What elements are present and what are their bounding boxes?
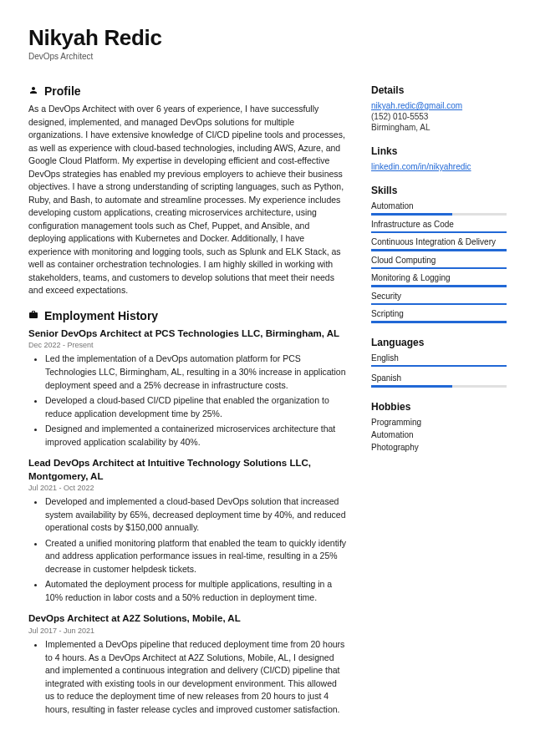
job-bullet: Developed a cloud-based CI/CD pipeline t… (45, 394, 348, 420)
skill-name: Monitoring & Logging (371, 273, 507, 282)
skill-item: Continuous Integration & Delivery (371, 237, 507, 251)
job-bullets: Developed and implemented a cloud-based … (28, 495, 348, 604)
language-bar (371, 365, 507, 368)
skill-item: Security (371, 292, 507, 306)
job-bullet: Created a unified monitoring platform th… (45, 537, 348, 576)
language-name: Spanish (371, 373, 507, 383)
skill-bar (371, 303, 507, 306)
skill-bar (371, 285, 507, 287)
briefcase-icon (28, 310, 38, 322)
job-date: Jul 2021 - Oct 2022 (28, 484, 348, 492)
job-bullet: Designed and implemented a containerized… (45, 423, 348, 449)
sidebar-title: Skills (371, 185, 507, 196)
skill-name: Infrastructure as Code (371, 220, 507, 229)
section-title: Profile (44, 84, 81, 98)
job-bullets: Led the implementation of a DevOps autom… (28, 353, 348, 449)
details-block: Details nikyah.redic@gmail.com (152) 010… (371, 84, 507, 132)
job-bullet: Developed and implemented a cloud-based … (45, 495, 348, 535)
skill-name: Cloud Computing (371, 256, 507, 265)
skill-item: Infrastructure as Code (371, 220, 507, 234)
section-header: Profile (28, 84, 348, 98)
sidebar-title: Links (371, 145, 507, 157)
skill-item: Scripting (371, 309, 507, 323)
sidebar-title: Details (371, 84, 507, 96)
employment-section: Employment History Senior DevOps Archite… (28, 309, 348, 716)
location: Birmingham, AL (371, 123, 507, 132)
right-column: Details nikyah.redic@gmail.com (152) 010… (371, 84, 507, 728)
external-link[interactable]: linkedin.com/in/nikyahredic (371, 162, 471, 171)
skill-name: Automation (371, 201, 507, 211)
person-icon (28, 85, 38, 97)
sidebar-title: Languages (371, 337, 507, 348)
job-bullet: Automated the deployment process for mul… (45, 578, 348, 604)
skills-block: Skills AutomationInfrastructure as CodeC… (371, 185, 507, 323)
job-bullets: Implemented a DevOps pipeline that reduc… (28, 638, 348, 716)
skill-bar (371, 321, 507, 323)
hobby-item: Automation (371, 430, 507, 439)
skill-name: Continuous Integration & Delivery (371, 237, 507, 246)
job-title: Lead DevOps Architect at Intuitive Techn… (28, 457, 348, 483)
hobby-item: Photography (371, 443, 507, 452)
skill-item: Automation (371, 201, 507, 216)
skill-bar (371, 231, 507, 234)
skill-item: Monitoring & Logging (371, 273, 507, 287)
hobby-item: Programming (371, 418, 507, 427)
language-item: Spanish (371, 373, 507, 388)
job-date: Jul 2017 - Jun 2021 (28, 627, 348, 635)
content-columns: Profile As a DevOps Architect with over … (28, 84, 507, 728)
skill-name: Security (371, 292, 507, 301)
skill-bar (371, 267, 507, 270)
section-header: Employment History (28, 309, 348, 322)
sidebar-title: Hobbies (371, 401, 507, 413)
language-item: English (371, 353, 507, 368)
hobbies-block: Hobbies ProgrammingAutomationPhotography (371, 401, 507, 452)
phone: (152) 010-5553 (371, 112, 507, 121)
header: Nikyah Redic DevOps Architect (28, 25, 507, 61)
job-bullet: Implemented a DevOps pipeline that reduc… (45, 638, 348, 716)
job-entry: Senior DevOps Architect at PCS Technolog… (28, 327, 348, 449)
person-title: DevOps Architect (28, 52, 507, 61)
job-entry: DevOps Architect at A2Z Solutions, Mobil… (28, 612, 348, 716)
skill-bar (371, 249, 507, 251)
section-title: Employment History (44, 309, 158, 322)
job-bullet: Led the implementation of a DevOps autom… (45, 353, 348, 392)
language-name: English (371, 353, 507, 363)
language-bar (371, 385, 507, 388)
languages-block: Languages EnglishSpanish (371, 337, 507, 388)
links-block: Links linkedin.com/in/nikyahredic (371, 145, 507, 171)
job-entry: Lead DevOps Architect at Intuitive Techn… (28, 457, 348, 604)
skill-bar (371, 213, 507, 216)
profile-text: As a DevOps Architect with over 6 years … (28, 103, 348, 297)
skill-name: Scripting (371, 309, 507, 318)
skill-item: Cloud Computing (371, 256, 507, 270)
profile-section: Profile As a DevOps Architect with over … (28, 84, 348, 297)
job-title: DevOps Architect at A2Z Solutions, Mobil… (28, 612, 348, 626)
job-title: Senior DevOps Architect at PCS Technolog… (28, 327, 348, 341)
left-column: Profile As a DevOps Architect with over … (28, 84, 348, 728)
person-name: Nikyah Redic (28, 25, 507, 51)
job-date: Dec 2022 - Present (28, 341, 348, 349)
email-link[interactable]: nikyah.redic@gmail.com (371, 101, 462, 110)
